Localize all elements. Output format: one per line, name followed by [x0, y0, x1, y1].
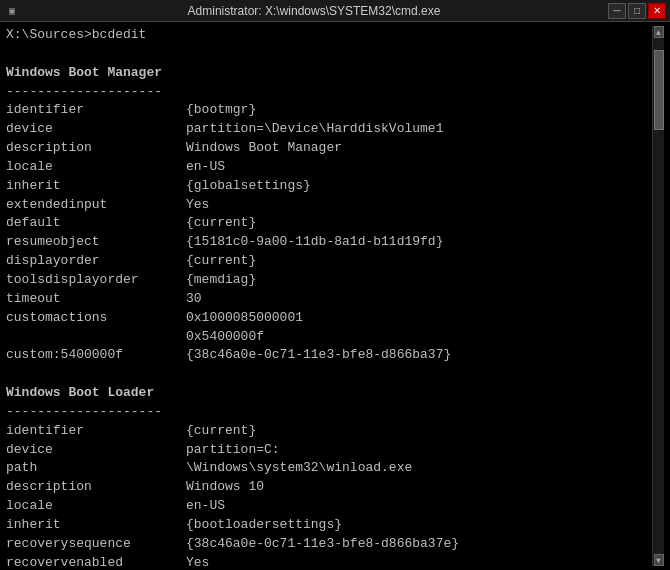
titlebar-controls: ─ □ ✕: [608, 3, 666, 19]
terminal[interactable]: X:\Sources>bcdedit Windows Boot Manager …: [0, 22, 670, 570]
titlebar-title: Administrator: X:\windows\SYSTEM32\cmd.e…: [20, 4, 608, 18]
table-row: localeen-US: [6, 497, 652, 516]
table-row: descriptionWindows Boot Manager: [6, 139, 652, 158]
scrollbar-down-arrow[interactable]: ▼: [654, 554, 664, 566]
table-row: devicepartition=C:: [6, 441, 652, 460]
table-row: displayorder{current}: [6, 252, 652, 271]
table-row: 0x5400000f: [6, 328, 652, 347]
table-row: recoverysequence{38c46a0e-0c71-11e3-bfe8…: [6, 535, 652, 554]
table-row: identifier{bootmgr}: [6, 101, 652, 120]
close-button[interactable]: ✕: [648, 3, 666, 19]
command-prompt: X:\Sources>bcdedit: [6, 26, 652, 45]
section1-divider: --------------------: [6, 83, 652, 102]
table-row: toolsdisplayorder{memdiag}: [6, 271, 652, 290]
table-row: default{current}: [6, 214, 652, 233]
scrollbar-up-arrow[interactable]: ▲: [654, 26, 664, 38]
titlebar-icon: ▣: [4, 3, 20, 19]
scrollbar[interactable]: ▲ ▼: [652, 26, 664, 566]
window: ▣ Administrator: X:\windows\SYSTEM32\cmd…: [0, 0, 670, 570]
table-row: devicepartition=\Device\HarddiskVolume1: [6, 120, 652, 139]
table-row: custom:5400000f{38c46a0e-0c71-11e3-bfe8-…: [6, 346, 652, 365]
table-row: recoveryenabledYes: [6, 554, 652, 566]
table-row: timeout30: [6, 290, 652, 309]
table-row: localeen-US: [6, 158, 652, 177]
titlebar: ▣ Administrator: X:\windows\SYSTEM32\cmd…: [0, 0, 670, 22]
table-row: inherit{globalsettings}: [6, 177, 652, 196]
table-row: path\Windows\system32\winload.exe: [6, 459, 652, 478]
minimize-button[interactable]: ─: [608, 3, 626, 19]
section1-header: Windows Boot Manager: [6, 64, 652, 83]
table-row: extendedinputYes: [6, 196, 652, 215]
blank-line: [6, 45, 652, 64]
section2-divider: --------------------: [6, 403, 652, 422]
table-row: descriptionWindows 10: [6, 478, 652, 497]
table-row: inherit{bootloadersettings}: [6, 516, 652, 535]
blank-line-2: [6, 365, 652, 384]
table-row: resumeobject{15181c0-9a00-11db-8a1d-b11d…: [6, 233, 652, 252]
terminal-content: X:\Sources>bcdedit Windows Boot Manager …: [6, 26, 652, 566]
section2-header: Windows Boot Loader: [6, 384, 652, 403]
maximize-button[interactable]: □: [628, 3, 646, 19]
table-row: customactions0x1000085000001: [6, 309, 652, 328]
table-row: identifier{current}: [6, 422, 652, 441]
scrollbar-thumb[interactable]: [654, 50, 664, 130]
